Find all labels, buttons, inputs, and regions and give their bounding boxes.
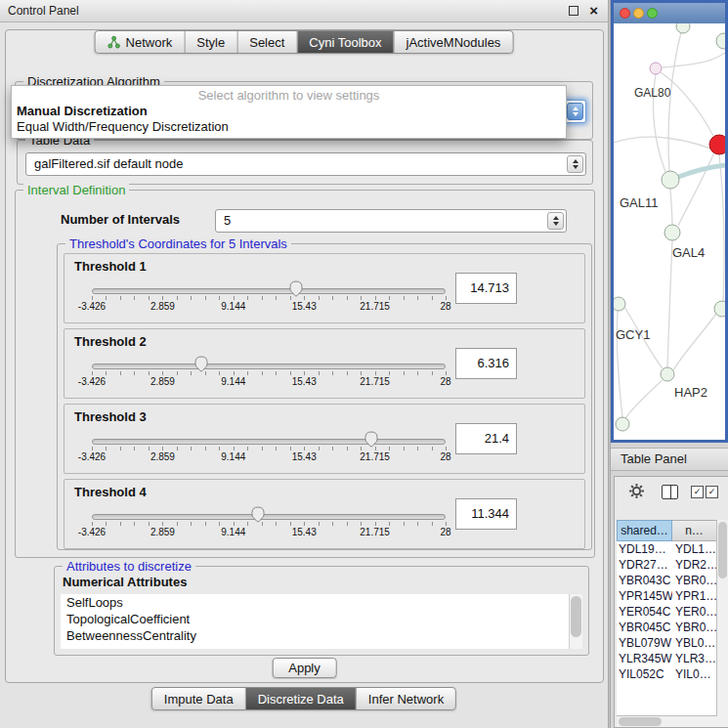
top-tab[interactable]: Select bbox=[237, 31, 297, 53]
slider-thumb-icon[interactable] bbox=[289, 280, 303, 297]
table-row[interactable]: YER054C YER0… bbox=[617, 604, 717, 620]
cell-name[interactable]: YER0… bbox=[672, 604, 717, 620]
slider-track[interactable] bbox=[92, 514, 446, 520]
threshold-slider[interactable]: -3.4262.8599.14415.4321.71528 bbox=[92, 430, 446, 467]
top-tab[interactable]: Cyni Toolbox bbox=[297, 31, 394, 53]
threshold-slider[interactable]: -3.4262.8599.14415.4321.71528 bbox=[92, 279, 446, 317]
network-node[interactable] bbox=[650, 63, 662, 74]
column-header-shared-name[interactable]: shared… bbox=[617, 520, 672, 541]
table-row[interactable]: YBL079W YBL0… bbox=[617, 635, 717, 651]
bottom-tab[interactable]: Discretize Data bbox=[246, 688, 357, 709]
zoom-window-icon[interactable] bbox=[647, 8, 658, 19]
attribute-list-item[interactable]: TopologicalCoefficient bbox=[61, 611, 582, 627]
select-none-checkbox-icon[interactable]: ✓ bbox=[706, 486, 718, 498]
combo-stepper-icon[interactable] bbox=[547, 212, 564, 230]
top-tab[interactable]: Network bbox=[96, 31, 186, 53]
network-node[interactable] bbox=[614, 297, 625, 311]
close-panel-icon[interactable]: × bbox=[589, 1, 598, 21]
num-intervals-combobox[interactable]: 5 bbox=[215, 209, 567, 233]
cell-shared-name[interactable]: YDL19… bbox=[617, 541, 672, 557]
network-edge[interactable] bbox=[614, 137, 725, 154]
cell-name[interactable]: YPR1… bbox=[672, 588, 717, 604]
column-header-name[interactable]: n… bbox=[672, 520, 717, 541]
dropdown-item[interactable]: Equal Width/Frequency Discretization bbox=[12, 119, 566, 135]
network-edge[interactable] bbox=[719, 154, 724, 303]
apply-button[interactable]: Apply bbox=[272, 658, 337, 678]
table-horizontal-scrollbar[interactable] bbox=[617, 715, 717, 727]
cell-name[interactable]: YBR0… bbox=[672, 620, 717, 635]
bottom-tab[interactable]: Infer Network bbox=[357, 688, 455, 709]
cell-shared-name[interactable]: YBR043C bbox=[617, 573, 672, 588]
network-edge[interactable] bbox=[625, 380, 663, 418]
attribute-list-item[interactable]: BetweennessCentrality bbox=[61, 627, 582, 644]
top-tab[interactable]: Style bbox=[185, 31, 237, 53]
combo-stepper-icon[interactable] bbox=[567, 155, 583, 173]
cell-shared-name[interactable]: YDR27… bbox=[617, 557, 672, 573]
network-canvas[interactable]: GAL80GAL11GAL4GCY1HAP2 bbox=[614, 23, 725, 440]
cell-name[interactable]: YBL0… bbox=[672, 635, 717, 651]
table-vertical-scrollbar[interactable] bbox=[716, 520, 728, 727]
threshold-value-field[interactable]: 6.316 bbox=[455, 348, 517, 379]
minimize-window-icon[interactable] bbox=[633, 8, 644, 19]
network-edge[interactable] bbox=[678, 165, 725, 177]
cell-shared-name[interactable]: YIL052C bbox=[617, 666, 672, 682]
slider-track[interactable] bbox=[92, 364, 446, 369]
network-node[interactable] bbox=[714, 301, 725, 317]
network-node[interactable] bbox=[661, 367, 674, 381]
cell-name[interactable]: YDL1… bbox=[672, 541, 717, 557]
network-edge[interactable] bbox=[670, 189, 672, 225]
network-node[interactable] bbox=[709, 135, 725, 154]
slider-thumb-icon[interactable] bbox=[364, 431, 378, 448]
network-edge[interactable] bbox=[663, 53, 725, 67]
cell-shared-name[interactable]: YBR045C bbox=[617, 620, 672, 635]
scrollbar-thumb[interactable] bbox=[619, 717, 662, 726]
network-graph[interactable]: GAL80GAL11GAL4GCY1HAP2 bbox=[614, 23, 725, 440]
dropdown-item[interactable]: Manual Discretization bbox=[12, 104, 566, 119]
slider-track[interactable] bbox=[92, 439, 446, 445]
cell-shared-name[interactable]: YLR345W bbox=[617, 651, 672, 666]
table-row[interactable]: YLR345W YLR3… bbox=[617, 651, 717, 666]
combo-stepper-icon[interactable] bbox=[567, 103, 583, 120]
table-row[interactable]: YDR27… YDR2… bbox=[617, 557, 717, 573]
threshold-slider[interactable]: -3.4262.8599.14415.4321.71528 bbox=[92, 355, 446, 392]
table-data-combobox[interactable]: galFiltered.sif default node bbox=[25, 152, 586, 176]
attribute-list-item[interactable]: SelfLoops bbox=[61, 594, 582, 611]
attributes-list[interactable]: SelfLoops TopologicalCoefficient Between… bbox=[61, 594, 582, 649]
network-node[interactable] bbox=[662, 171, 679, 189]
top-tab[interactable]: jActiveMNodules bbox=[395, 31, 513, 53]
network-edge[interactable] bbox=[668, 32, 681, 171]
cell-shared-name[interactable]: YBL079W bbox=[617, 635, 672, 651]
cell-name[interactable]: YBR0… bbox=[672, 573, 717, 588]
table-row[interactable]: YPR145W YPR1… bbox=[617, 588, 717, 604]
threshold-slider[interactable]: -3.4262.8599.14415.4321.71528 bbox=[92, 505, 446, 542]
show-columns-icon[interactable] bbox=[662, 485, 678, 499]
slider-track[interactable] bbox=[92, 288, 446, 294]
slider-thumb-icon[interactable] bbox=[251, 506, 265, 523]
threshold-value-field[interactable]: 21.4 bbox=[455, 423, 517, 454]
network-edge[interactable] bbox=[673, 314, 716, 370]
table-row[interactable]: YIL052C YIL0… bbox=[617, 666, 717, 682]
cell-shared-name[interactable]: YER054C bbox=[617, 604, 672, 620]
cell-name[interactable]: YDR2… bbox=[672, 557, 717, 573]
attributes-scrollbar[interactable] bbox=[569, 594, 582, 649]
network-node[interactable] bbox=[616, 417, 629, 431]
cell-name[interactable]: YIL0… bbox=[672, 666, 717, 682]
cell-name[interactable]: YLR3… bbox=[672, 651, 717, 666]
bottom-tab[interactable]: Impute Data bbox=[152, 688, 246, 709]
network-edge[interactable] bbox=[678, 152, 714, 226]
table-row[interactable]: YBR043C YBR0… bbox=[617, 573, 717, 588]
scrollbar-thumb[interactable] bbox=[718, 522, 727, 578]
select-all-checkbox-icon[interactable]: ✓ bbox=[691, 486, 704, 498]
network-node[interactable] bbox=[664, 225, 680, 240]
cell-shared-name[interactable]: YPR145W bbox=[617, 588, 672, 604]
network-window-titlebar[interactable] bbox=[614, 3, 725, 24]
threshold-value-field[interactable]: 11.344 bbox=[455, 498, 517, 530]
float-panel-icon[interactable] bbox=[568, 5, 578, 16]
slider-thumb-icon[interactable] bbox=[194, 356, 208, 372]
settings-gear-icon[interactable] bbox=[628, 483, 645, 499]
table-row[interactable]: YDL19… YDL1… bbox=[617, 541, 717, 557]
network-node[interactable] bbox=[676, 23, 690, 33]
network-node[interactable] bbox=[716, 33, 725, 49]
close-window-icon[interactable] bbox=[620, 8, 630, 19]
threshold-value-field[interactable]: 14.713 bbox=[455, 273, 517, 304]
